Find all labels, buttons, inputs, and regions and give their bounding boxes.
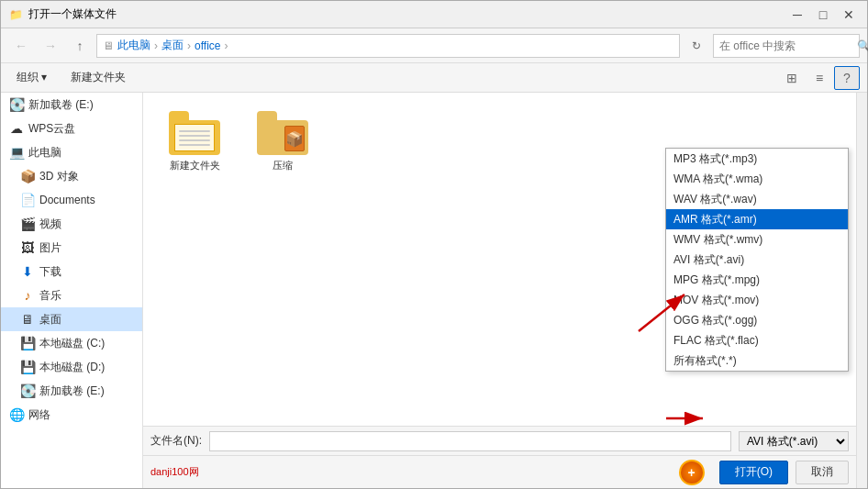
content-wrapper: 新建文件夹 📦 压缩 MP3 格式( — [143, 93, 856, 488]
open-button[interactable]: 打开(O) — [719, 461, 788, 484]
docs-icon: 📄 — [19, 192, 36, 208]
drive-e2-icon: 💽 — [19, 383, 36, 399]
close-button[interactable]: ✕ — [838, 5, 860, 25]
music-icon: ♪ — [19, 287, 36, 304]
sidebar-item-desktop[interactable]: 🖥 桌面 — [1, 307, 142, 331]
filetype-dropdown: MP3 格式(*.mp3) WMA 格式(*.wma) WAV 格式(*.wav… — [665, 148, 849, 372]
breadcrumb-pc-icon: 🖥 — [103, 39, 114, 52]
sidebar-label: 新加载卷 (E:) — [39, 383, 105, 399]
watermark-site: danji100网 — [150, 465, 199, 479]
action-bar: 组织 ▾ 新建文件夹 ⊞ ≡ ? — [1, 63, 867, 93]
drive-d-icon: 💾 — [19, 359, 36, 375]
sidebar-label: 下载 — [39, 264, 61, 280]
folder-new-icon — [169, 111, 220, 155]
cancel-button[interactable]: 取消 — [796, 461, 849, 484]
dropdown-item-amr[interactable]: AMR 格式(*.amr) — [666, 209, 848, 229]
filetype-select[interactable]: AVI 格式(*.avi) — [739, 431, 849, 451]
file-label-compressed: 压缩 — [273, 159, 293, 172]
dropdown-item-avi[interactable]: AVI 格式(*.avi) — [666, 250, 848, 270]
sidebar-item-documents[interactable]: 📄 Documents — [1, 188, 142, 212]
sidebar-label: 此电脑 — [28, 145, 61, 161]
title-bar: 📁 打开一个媒体文件 ─ □ ✕ — [1, 1, 867, 28]
sidebar-label: 视频 — [39, 217, 61, 232]
3d-icon: 📦 — [19, 168, 36, 184]
filename-label: 文件名(N): — [150, 433, 202, 449]
view-icon-button[interactable]: ⊞ — [779, 66, 805, 90]
cloud-icon: ☁ — [8, 120, 25, 137]
download-icon: ⬇ — [19, 263, 36, 280]
dropdown-item-ogg[interactable]: OGG 格式(*.ogg) — [666, 310, 848, 330]
sidebar-item-3d-objects[interactable]: 📦 3D 对象 — [1, 164, 142, 188]
sidebar-label: 本地磁盘 (C:) — [39, 336, 105, 351]
filename-input[interactable] — [209, 431, 731, 451]
file-item-compressed[interactable]: 📦 压缩 — [246, 107, 319, 176]
breadcrumb-this-pc[interactable]: 此电脑 — [117, 38, 150, 53]
dropdown-item-mp3[interactable]: MP3 格式(*.mp3) — [666, 149, 848, 169]
breadcrumb-sep3: › — [224, 39, 228, 52]
maximize-button[interactable]: □ — [812, 5, 834, 25]
sidebar-item-local-c[interactable]: 💾 本地磁盘 (C:) — [1, 331, 142, 355]
file-open-dialog: 📁 打开一个媒体文件 ─ □ ✕ ← → ↑ 🖥 此电脑 › 桌面 › offi… — [0, 0, 868, 489]
minimize-button[interactable]: ─ — [786, 5, 808, 25]
sidebar-item-music[interactable]: ♪ 音乐 — [1, 283, 142, 307]
folder-zip-icon: 📦 — [257, 111, 308, 155]
sidebar-item-this-pc[interactable]: 💻 此电脑 — [1, 140, 142, 164]
sidebar-label: 音乐 — [39, 288, 61, 304]
dropdown-item-wmv[interactable]: WMV 格式(*.wmv) — [666, 229, 848, 250]
dropdown-item-all[interactable]: 所有格式(*.*) — [666, 350, 848, 371]
breadcrumb-office[interactable]: office — [195, 39, 220, 52]
refresh-button[interactable]: ↻ — [684, 34, 709, 58]
dropdown-item-mov[interactable]: MOV 格式(*.mov) — [666, 290, 848, 310]
sidebar-item-local-d[interactable]: 💾 本地磁盘 (D:) — [1, 355, 142, 379]
circle-indicator: + — [679, 460, 705, 485]
file-item-new-folder[interactable]: 新建文件夹 — [158, 107, 231, 176]
sidebar-item-network[interactable]: 🌐 网络 — [1, 403, 142, 427]
dropdown-item-mpg[interactable]: MPG 格式(*.mpg) — [666, 270, 848, 290]
file-label-new-folder: 新建文件夹 — [170, 159, 220, 172]
forward-button[interactable]: → — [38, 34, 63, 58]
sidebar-item-new-vol-e[interactable]: 💽 新加载卷 (E:) — [1, 93, 142, 117]
sidebar-item-wps-cloud[interactable]: ☁ WPS云盘 — [1, 117, 142, 140]
up-button[interactable]: ↑ — [67, 34, 93, 58]
organize-button[interactable]: 组织 ▾ — [8, 67, 55, 89]
dropdown-item-flac[interactable]: FLAC 格式(*.flac) — [666, 330, 848, 350]
view-buttons: ⊞ ≡ ? — [779, 66, 860, 90]
window-controls: ─ □ ✕ — [786, 5, 860, 25]
new-folder-button[interactable]: 新建文件夹 — [62, 67, 134, 89]
sidebar-label: 新加载卷 (E:) — [28, 97, 94, 113]
pc-icon: 💻 — [8, 144, 25, 161]
breadcrumb-sep1: › — [154, 39, 158, 52]
sidebar-item-videos[interactable]: 🎬 视频 — [1, 212, 142, 236]
dropdown-item-wma[interactable]: WMA 格式(*.wma) — [666, 169, 848, 189]
window-title: 打开一个媒体文件 — [28, 6, 786, 22]
buttons-row: danji100网 + 打开(O) 取消 — [143, 455, 856, 488]
search-icon: 🔍 — [857, 39, 868, 52]
video-icon: 🎬 — [19, 216, 36, 232]
sidebar-label: Documents — [39, 194, 95, 206]
filename-bar: 文件名(N): AVI 格式(*.avi) — [143, 426, 856, 455]
sidebar-item-new-vol-e2[interactable]: 💽 新加载卷 (E:) — [1, 379, 142, 403]
scrollbar[interactable] — [856, 93, 867, 488]
content-area: 新建文件夹 📦 压缩 MP3 格式( — [143, 93, 856, 426]
view-list-button[interactable]: ≡ — [807, 66, 832, 90]
breadcrumb-desktop[interactable]: 桌面 — [161, 38, 184, 53]
sidebar-label: 本地磁盘 (D:) — [39, 360, 105, 375]
drive-c-icon: 💾 — [19, 335, 36, 351]
help-button[interactable]: ? — [834, 66, 860, 90]
navigation-toolbar: ← → ↑ 🖥 此电脑 › 桌面 › office › ↻ 🔍 — [1, 28, 867, 63]
sidebar-label: WPS云盘 — [28, 121, 75, 137]
main-area: 💽 新加载卷 (E:) ☁ WPS云盘 💻 此电脑 📦 3D 对象 📄 Docu… — [1, 93, 867, 488]
window-icon: 📁 — [8, 7, 23, 22]
watermark-area: danji100网 — [150, 465, 672, 479]
pictures-icon: 🖼 — [19, 239, 36, 256]
breadcrumb-sep2: › — [187, 39, 191, 52]
search-input[interactable] — [719, 39, 857, 52]
sidebar-item-pictures[interactable]: 🖼 图片 — [1, 236, 142, 260]
sidebar-label: 3D 对象 — [39, 169, 79, 184]
back-button[interactable]: ← — [8, 34, 34, 58]
sidebar: 💽 新加载卷 (E:) ☁ WPS云盘 💻 此电脑 📦 3D 对象 📄 Docu… — [1, 93, 143, 488]
sidebar-label: 网络 — [28, 407, 50, 423]
search-box: 🔍 — [713, 34, 860, 58]
sidebar-item-downloads[interactable]: ⬇ 下载 — [1, 260, 142, 283]
dropdown-item-wav[interactable]: WAV 格式(*.wav) — [666, 189, 848, 209]
